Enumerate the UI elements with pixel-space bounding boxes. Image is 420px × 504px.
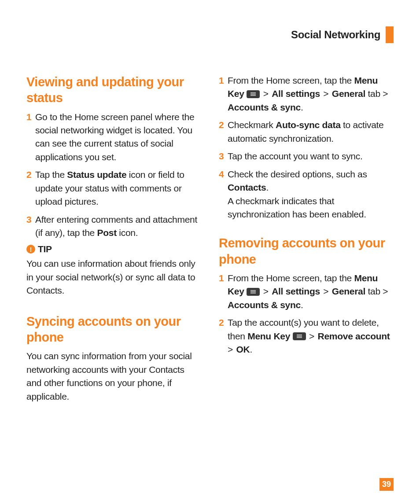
step-text: Checkmark Auto-sync data to activate aut…	[228, 118, 394, 145]
viewing-steps: 1 Go to the Home screen panel where the …	[26, 110, 201, 240]
section-viewing: Viewing and updating your status 1 Go to…	[26, 74, 201, 298]
list-item: 1 From the Home screen, tap the Menu Key…	[219, 272, 394, 312]
list-item: 1 Go to the Home screen panel where the …	[26, 110, 201, 164]
page-header: Social Networking	[26, 26, 394, 43]
tip-header: ! TIP	[26, 244, 201, 254]
tip-text: You can use information about friends on…	[26, 257, 201, 297]
step-number: 1	[219, 74, 225, 87]
step-number: 1	[219, 272, 225, 285]
section-removing: Removing accounts on your phone 1 From t…	[219, 235, 394, 356]
list-item: 3 After entering comments and attachment…	[26, 213, 201, 240]
step-number: 3	[26, 213, 33, 226]
step-number: 1	[26, 110, 33, 124]
step-number: 4	[219, 168, 225, 181]
menu-key-icon	[247, 288, 260, 296]
list-item: 2 Tap the Status update icon or field to…	[26, 168, 201, 208]
list-item: 2 Tap the account(s) you want to delete,…	[219, 316, 394, 356]
step-number: 2	[26, 168, 33, 181]
step-text: Go to the Home screen panel where the so…	[35, 110, 201, 164]
tip-label: TIP	[38, 244, 52, 254]
step-text: Tap the account you want to sync.	[228, 150, 394, 163]
menu-key-icon	[293, 332, 306, 340]
list-item: 3 Tap the account you want to sync.	[219, 150, 394, 163]
syncing-intro: You can sync information from your socia…	[26, 349, 201, 403]
page-content: Social Networking Viewing and updating y…	[0, 0, 420, 403]
section-syncing-head: Syncing accounts on your phone You can s…	[26, 313, 201, 403]
alert-icon: !	[26, 245, 35, 254]
step-text: From the Home screen, tap the Menu Key >…	[228, 272, 394, 312]
step-number: 2	[219, 316, 225, 329]
step-text: After entering comments and attachment (…	[35, 213, 201, 240]
step-text: Tap the account(s) you want to delete, t…	[228, 316, 394, 356]
removing-steps: 1 From the Home screen, tap the Menu Key…	[219, 272, 394, 357]
step-text: Check the desired options, such as Conta…	[228, 168, 394, 221]
heading-removing: Removing accounts on your phone	[219, 235, 394, 267]
header-title: Social Networking	[291, 29, 380, 41]
step-text: From the Home screen, tap the Menu Key >…	[228, 74, 394, 114]
list-item: 2 Checkmark Auto-sync data to activate a…	[219, 118, 394, 145]
step-number: 2	[219, 118, 225, 132]
header-accent-bar	[386, 26, 394, 43]
heading-syncing: Syncing accounts on your phone	[26, 313, 201, 346]
step-number: 3	[219, 150, 225, 163]
list-item: 4 Check the desired options, such as Con…	[219, 168, 394, 221]
step-text: Tap the Status update icon or field to u…	[35, 168, 201, 208]
content-columns: Viewing and updating your status 1 Go to…	[26, 74, 394, 403]
page-number: 39	[379, 478, 394, 491]
heading-viewing: Viewing and updating your status	[26, 74, 201, 106]
list-item: 1 From the Home screen, tap the Menu Key…	[219, 74, 394, 114]
syncing-steps: 1 From the Home screen, tap the Menu Key…	[219, 74, 394, 221]
menu-key-icon	[247, 90, 260, 98]
